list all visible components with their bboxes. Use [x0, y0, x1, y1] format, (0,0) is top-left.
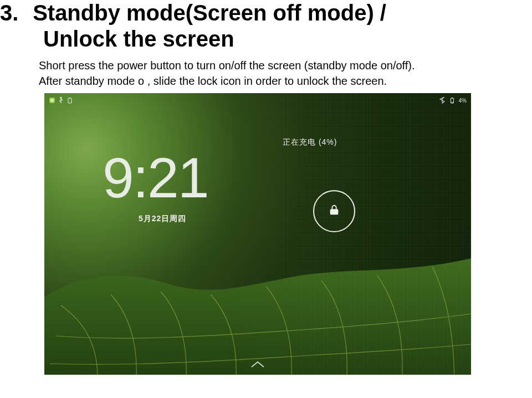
battery-icon [449, 97, 456, 104]
svg-point-2 [60, 98, 62, 99]
heading-title-line1: Standby mode(Screen off mode) / [33, 1, 386, 25]
svg-rect-7 [451, 103, 453, 103]
clock-minute: 21 [147, 146, 208, 210]
battery-percent-text: 4% [459, 98, 467, 104]
section-heading: 3. Standby mode(Screen off mode) / Unloc… [0, 0, 532, 52]
charging-status-text: 正在充电 (4%) [283, 137, 337, 147]
description-line2: After standby mode o , slide the lock ic… [39, 73, 532, 89]
wallpaper-leaf [44, 253, 471, 375]
lockscreen-clock: 9:21 [103, 146, 208, 211]
clock-hour: 9 [103, 146, 133, 210]
usb-icon [58, 97, 64, 104]
svg-rect-3 [68, 98, 71, 103]
status-bar: 4% [49, 95, 467, 105]
heading-title-line2: Unlock the screen [0, 26, 532, 52]
document-page: 3. Standby mode(Screen off mode) / Unloc… [0, 0, 532, 375]
unlock-slider[interactable] [313, 190, 355, 232]
lockscreen-date: 5月22日周四 [139, 214, 186, 224]
description: Short press the power button to turn on/… [0, 58, 532, 89]
description-line1: Short press the power button to turn on/… [39, 58, 532, 73]
bluetooth-icon [439, 97, 446, 104]
svg-rect-1 [50, 99, 54, 102]
heading-number: 3. [0, 0, 27, 26]
clock-separator: : [133, 146, 147, 210]
status-bar-left [49, 97, 73, 104]
svg-rect-6 [452, 98, 453, 99]
lock-icon [328, 204, 340, 218]
android-lockscreen-screenshot: 4% 正在充电 (4%) 9:21 5月22日周四 [44, 93, 471, 375]
battery-small-icon [66, 97, 73, 104]
status-bar-right: 4% [439, 97, 467, 104]
screenshot-wrapper: 4% 正在充电 (4%) 9:21 5月22日周四 [0, 93, 532, 375]
svg-rect-4 [69, 98, 70, 99]
chevron-up-icon[interactable] [250, 360, 265, 370]
app-icon [49, 97, 55, 104]
